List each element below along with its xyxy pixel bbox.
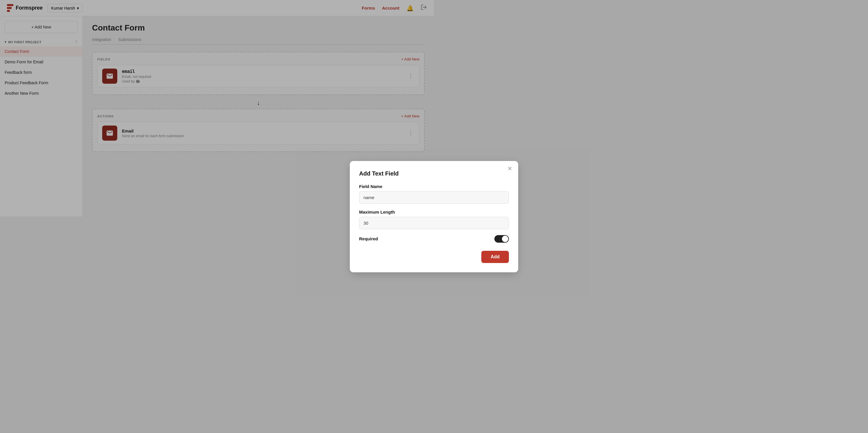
field-name-input[interactable] bbox=[359, 191, 434, 204]
field-name-label: Field Name bbox=[359, 184, 434, 189]
max-length-label: Maximum Length bbox=[359, 209, 434, 214]
add-text-field-modal: ✕ Add Text Field Field Name Maximum Leng… bbox=[350, 161, 434, 217]
modal-overlay: ✕ Add Text Field Field Name Maximum Leng… bbox=[0, 0, 434, 216]
modal-title: Add Text Field bbox=[359, 170, 434, 177]
